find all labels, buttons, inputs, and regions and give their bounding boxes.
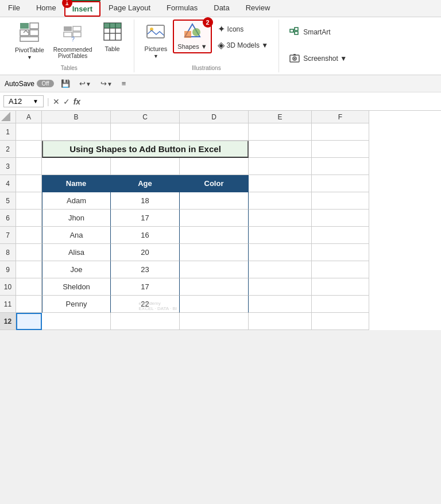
icons-button[interactable]: ✦ Icons [214,22,272,36]
cell-b5[interactable]: Adam [42,192,111,210]
cell-f11[interactable] [312,296,369,313]
cell-b10[interactable]: Sheldon [42,278,111,296]
formula-confirm-icon[interactable]: ✓ [63,97,70,106]
tab-insert[interactable]: Insert 1 [64,0,100,17]
cell-f7[interactable] [312,227,369,244]
cell-a2[interactable] [16,141,42,158]
autosave-toggle[interactable]: Off [37,80,54,87]
cell-f4[interactable] [312,175,369,192]
cell-a5[interactable] [16,192,42,210]
pictures-button[interactable]: Pictures ▼ [141,20,171,61]
cell-e3[interactable] [249,158,312,175]
cell-reference-box[interactable]: A12 ▼ [3,95,44,107]
cell-d7[interactable] [180,227,249,244]
cell-c3[interactable] [111,158,180,175]
cell-c4-header[interactable]: Age [111,175,180,192]
cell-f1[interactable] [312,123,369,141]
formula-fx-icon[interactable]: fx [74,97,80,106]
row-header-9[interactable]: 9 [0,261,16,278]
cell-f8[interactable] [312,244,369,261]
tab-page-layout[interactable]: Page Layout [100,0,158,17]
cell-c1[interactable] [111,123,180,141]
cell-d3[interactable] [180,158,249,175]
cell-d5[interactable] [180,192,249,210]
redo-button[interactable]: ↪▼ [98,78,115,89]
undo-button[interactable]: ↩▼ [77,78,94,89]
cell-e8[interactable] [249,244,312,261]
cell-b11[interactable]: Penny [42,296,111,313]
tab-file[interactable]: File [0,0,28,17]
cell-d12[interactable] [180,313,249,330]
tab-home[interactable]: Home [28,0,64,17]
row-header-6[interactable]: 6 [0,210,16,227]
cell-f10[interactable] [312,278,369,296]
cell-d11[interactable] [180,296,249,313]
cell-c7[interactable]: 16 [111,227,180,244]
cell-c10[interactable]: 17 [111,278,180,296]
tab-data[interactable]: Data [206,0,237,17]
cell-e11[interactable] [249,296,312,313]
table-button[interactable]: Table [98,20,127,55]
cell-b8[interactable]: Alisa [42,244,111,261]
cell-d4-header[interactable]: Color [180,175,249,192]
cell-c5[interactable]: 18 [111,192,180,210]
cell-b3[interactable] [42,158,111,175]
cell-f6[interactable] [312,210,369,227]
cell-f3[interactable] [312,158,369,175]
cell-a12[interactable] [16,313,42,330]
cell-e5[interactable] [249,192,312,210]
row-header-2[interactable]: 2 [0,141,16,158]
col-header-b[interactable]: B [42,111,111,123]
col-header-c[interactable]: C [111,111,180,123]
cell-d9[interactable] [180,261,249,278]
cell-b12[interactable] [42,313,111,330]
row-header-7[interactable]: 7 [0,227,16,244]
cell-c8[interactable]: 20 [111,244,180,261]
row-header-8[interactable]: 8 [0,244,16,261]
cell-d10[interactable] [180,278,249,296]
cell-a4[interactable] [16,175,42,192]
cell-d1[interactable] [180,123,249,141]
cell-f5[interactable] [312,192,369,210]
cell-a10[interactable] [16,278,42,296]
row-header-10[interactable]: 10 [0,278,16,296]
cell-a11[interactable] [16,296,42,313]
cell-e1[interactable] [249,123,312,141]
cell-e2[interactable] [249,141,312,158]
pivot-table-button[interactable]: PivotTable ▼ [11,20,48,63]
row-header-5[interactable]: 5 [0,192,16,210]
save-button[interactable]: 💾 [59,78,72,89]
screenshot-button[interactable]: Screenshot ▼ [286,52,350,65]
smartart-button[interactable]: SmartArt [286,25,334,39]
cell-e9[interactable] [249,261,312,278]
cell-a6[interactable] [16,210,42,227]
customize-button[interactable]: ≡ [119,78,129,89]
3d-models-button[interactable]: ◈ 3D Models ▼ [214,38,272,52]
cell-b1[interactable] [42,123,111,141]
cell-b4-header[interactable]: Name [42,175,111,192]
cell-f2[interactable] [312,141,369,158]
cell-d8[interactable] [180,244,249,261]
cell-b9[interactable]: Joe [42,261,111,278]
cell-e12[interactable] [249,313,312,330]
row-header-12[interactable]: 12 [0,313,16,330]
cell-c6[interactable]: 17 [111,210,180,227]
tab-formulas[interactable]: Formulas [158,0,206,17]
col-header-e[interactable]: E [249,111,312,123]
shapes-button[interactable]: Shapes ▼ 2 [173,20,211,53]
col-header-a[interactable]: A [16,111,42,123]
formula-cancel-icon[interactable]: ✕ [53,97,60,106]
cell-e6[interactable] [249,210,312,227]
cell-a1[interactable] [16,123,42,141]
cell-e7[interactable] [249,227,312,244]
tab-review[interactable]: Review [238,0,278,17]
cell-e10[interactable] [249,278,312,296]
cell-a7[interactable] [16,227,42,244]
row-header-1[interactable]: 1 [0,123,16,141]
row-header-4[interactable]: 4 [0,175,16,192]
cell-b6[interactable]: Jhon [42,210,111,227]
recommended-pivot-button[interactable]: ? RecommendedPivotTables [50,20,96,61]
cell-a3[interactable] [16,158,42,175]
col-header-f[interactable]: F [312,111,369,123]
col-header-d[interactable]: D [180,111,249,123]
